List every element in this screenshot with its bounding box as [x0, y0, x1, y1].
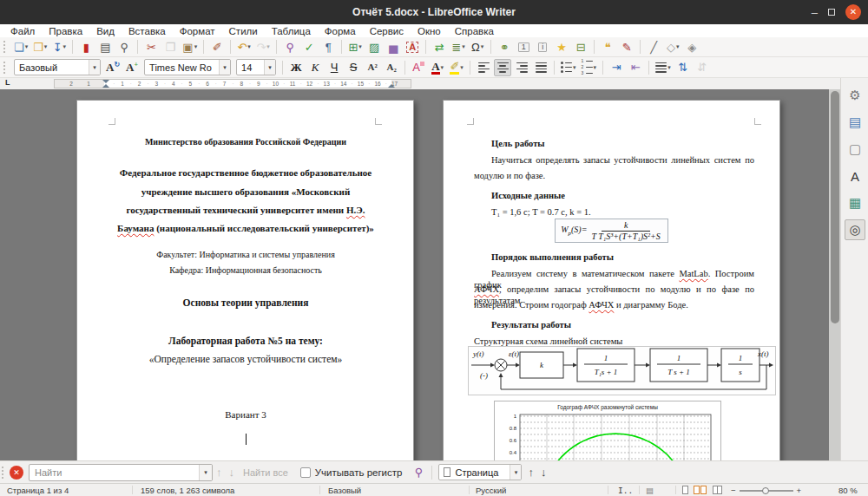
italic-button[interactable]: K: [306, 59, 324, 76]
paragraph-style-combo[interactable]: Базовый▾: [14, 59, 101, 75]
first-line-indent-marker[interactable]: [102, 80, 109, 83]
menu-form[interactable]: Форма: [318, 26, 363, 36]
font-color-button[interactable]: A▾: [429, 59, 446, 76]
open-file-dropdown[interactable]: ▾: [44, 43, 48, 50]
bold-button[interactable]: Ж: [287, 59, 305, 76]
find-and-replace-button[interactable]: ⚲: [281, 38, 299, 55]
print-preview-button[interactable]: ⚲: [115, 38, 133, 55]
word-count[interactable]: 159 слов, 1 263 символа: [141, 486, 234, 495]
navigate-by-arrow[interactable]: ▾: [510, 465, 521, 480]
highlight-color-dropdown[interactable]: ▾: [460, 64, 464, 71]
single-page-view-button[interactable]: [682, 486, 689, 496]
menu-file[interactable]: Файл: [3, 26, 42, 36]
menu-view[interactable]: Вид: [89, 26, 122, 36]
vertical-scrollbar[interactable]: [829, 89, 840, 460]
insert-endnote-button[interactable]: i: [534, 38, 551, 55]
save-button[interactable]: ↧▾: [50, 38, 68, 55]
new-document-dropdown[interactable]: ▾: [25, 43, 29, 50]
track-changes-button[interactable]: ✎: [618, 38, 635, 55]
close-find-bar-button[interactable]: ✕: [10, 466, 23, 480]
menu-styles[interactable]: Стили: [222, 26, 265, 36]
highlight-color-button[interactable]: ✐▾: [448, 59, 465, 76]
paste-dropdown[interactable]: ▾: [194, 43, 198, 50]
toolbar-grip[interactable]: [3, 41, 8, 53]
formula-frame[interactable]: Wp(S)= k T T₁S³+(T+T₁)S²+S: [555, 219, 668, 243]
align-center-button[interactable]: [494, 59, 511, 76]
save-status-icon[interactable]: ▤: [646, 486, 654, 495]
insert-table-dropdown[interactable]: ▾: [358, 43, 362, 50]
navigate-previous-button[interactable]: ↑: [528, 466, 534, 479]
insert-special-character-dropdown[interactable]: ▾: [481, 43, 484, 50]
insert-chart-button[interactable]: ▅: [385, 38, 402, 55]
menu-table[interactable]: Таблица: [265, 26, 318, 36]
insert-bookmark-button[interactable]: ★: [553, 38, 570, 55]
insert-text-box-button[interactable]: A: [404, 38, 421, 55]
find-all-button[interactable]: Найти все: [243, 467, 288, 478]
undo-dropdown[interactable]: ▾: [247, 43, 251, 50]
find-next-button[interactable]: ↓: [229, 466, 235, 479]
line-spacing-dropdown[interactable]: ▾: [667, 64, 671, 71]
toolbar-grip[interactable]: [3, 62, 8, 74]
selection-mode[interactable]: I..: [618, 486, 633, 495]
zoom-slider-track[interactable]: [740, 490, 793, 492]
subscript-button[interactable]: A₂: [383, 59, 400, 76]
horizontal-ruler[interactable]: 211·2·3·4·5·6·7·8·9·10·11·12·13·14·15·16…: [54, 79, 411, 88]
cut-button[interactable]: ✂: [142, 38, 160, 55]
insert-comment-button[interactable]: ❝: [599, 38, 616, 55]
align-right-button[interactable]: [513, 59, 530, 76]
sidebar-settings-button[interactable]: ⚙: [845, 85, 865, 106]
save-dropdown[interactable]: ▾: [63, 43, 67, 50]
ordered-list-dropdown[interactable]: ▾: [594, 64, 597, 71]
insert-field-button[interactable]: ≣▾: [450, 38, 467, 55]
match-case-checkbox[interactable]: [300, 467, 311, 478]
navigate-next-button[interactable]: ↓: [541, 466, 547, 479]
insert-table-button[interactable]: ⊞▾: [346, 38, 364, 55]
open-file-button[interactable]: ❒▾: [31, 38, 49, 55]
page-style[interactable]: Базовый: [328, 486, 361, 495]
left-indent-marker[interactable]: [102, 84, 109, 88]
hodograph-chart[interactable]: Годограф АФЧХ разомкнутой системы 1 0.8 …: [494, 401, 721, 460]
tab-stop-selector[interactable]: L: [5, 78, 10, 87]
menu-tools[interactable]: Сервис: [363, 26, 411, 36]
export-pdf-button[interactable]: ▮: [77, 38, 95, 55]
align-left-button[interactable]: [475, 59, 492, 76]
increase-indent-button[interactable]: ⇥: [608, 59, 625, 76]
zoom-level[interactable]: 80 %: [838, 486, 858, 495]
superscript-button[interactable]: A²: [364, 59, 381, 76]
toolbar-grip[interactable]: [2, 467, 6, 479]
show-draw-functions-button[interactable]: ◈: [683, 38, 700, 55]
menu-help[interactable]: Справка: [448, 26, 501, 36]
gallery-deck-button[interactable]: ▦: [845, 193, 865, 213]
menu-window[interactable]: Окно: [411, 26, 448, 36]
underline-button[interactable]: Ч: [326, 59, 343, 76]
navigate-by-combo[interactable]: Страница ▾: [438, 464, 522, 480]
find-previous-button[interactable]: ↑: [216, 466, 222, 479]
new-style-button[interactable]: A: [123, 59, 141, 76]
insert-cross-reference-button[interactable]: ⊟: [572, 38, 589, 55]
font-size-combo[interactable]: 14▾: [236, 59, 276, 75]
line-spacing-button[interactable]: ▾: [654, 59, 673, 76]
page-deck-button[interactable]: ▢: [845, 139, 865, 160]
page-2[interactable]: Wp(S)= k T T₁S³+(T+T₁)S²+S k 1 T₁s + 1 1: [443, 100, 780, 460]
properties-deck-button[interactable]: ▤: [845, 112, 865, 133]
font-name-combo[interactable]: Times New Ro▾: [144, 59, 231, 75]
block-diagram[interactable]: k 1 T₁s + 1 1 T s + 1 1 s y(t) ε(t) x(t)…: [468, 346, 776, 395]
menu-edit[interactable]: Правка: [42, 26, 89, 36]
redo-button[interactable]: ↷▾: [254, 38, 272, 55]
multi-page-view-button[interactable]: [694, 486, 707, 496]
insert-page-break-button[interactable]: ⇄: [431, 38, 448, 55]
print-button[interactable]: ▤: [96, 38, 114, 55]
text-language[interactable]: Русский: [476, 486, 506, 495]
zoom-out-button[interactable]: −: [731, 486, 736, 495]
styles-deck-button[interactable]: A: [845, 166, 865, 186]
insert-hyperlink-button[interactable]: ⚭: [496, 38, 513, 55]
insert-image-button[interactable]: ▨: [365, 38, 383, 55]
undo-button[interactable]: ↶▾: [235, 38, 253, 55]
strikethrough-button[interactable]: S: [345, 59, 362, 76]
copy-button[interactable]: ❐: [161, 38, 179, 55]
zoom-in-button[interactable]: +: [797, 486, 802, 495]
update-style-button[interactable]: A: [104, 59, 122, 76]
insert-special-character-button[interactable]: Ω▾: [469, 38, 486, 55]
menu-format[interactable]: Формат: [173, 26, 222, 36]
ordered-list-button[interactable]: 123▾: [580, 59, 599, 76]
